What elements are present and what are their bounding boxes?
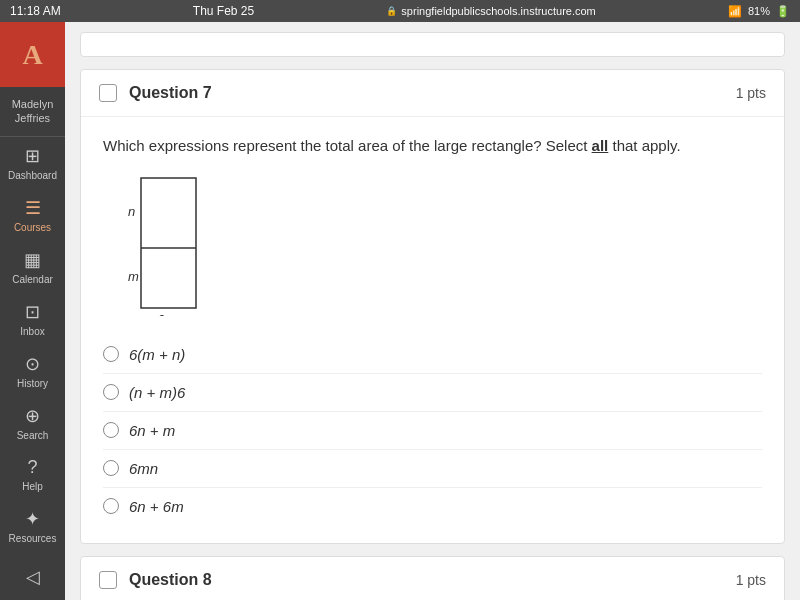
sidebar-item-label: Search	[17, 430, 49, 441]
courses-icon: ☰	[25, 197, 41, 219]
sidebar-item-label: Dashboard	[8, 170, 57, 181]
inbox-icon: ⊡	[25, 301, 40, 323]
status-day: Thu Feb 25	[193, 4, 254, 18]
sidebar-item-inbox[interactable]: ⊡ Inbox	[0, 293, 65, 345]
top-stripe	[80, 32, 785, 57]
rectangle-diagram: n m 6	[123, 176, 203, 316]
question-8-header: Question 8 1 pts	[81, 557, 784, 601]
question-8-header-left: Question 8	[99, 571, 212, 589]
label-m: m	[128, 269, 139, 284]
status-indicators: 📶 81% 🔋	[728, 5, 790, 18]
sidebar: A MadelynJeffries ⊞ Dashboard ☰ Courses …	[0, 22, 65, 600]
sidebar-item-label: History	[17, 378, 48, 389]
question-7-card: Question 7 1 pts Which expressions repre…	[80, 69, 785, 544]
question-7-checkbox[interactable]	[99, 84, 117, 102]
question-8-checkbox[interactable]	[99, 571, 117, 589]
sidebar-item-help[interactable]: ? Help	[0, 449, 65, 500]
question-7-text: Which expressions represent the total ar…	[103, 135, 762, 158]
diagram-container: n m 6	[103, 176, 762, 316]
answer-a-text: 6(m + n)	[129, 346, 185, 363]
resources-icon: ✦	[25, 508, 40, 530]
svg-rect-0	[141, 178, 196, 308]
sidebar-nav: ⊞ Dashboard ☰ Courses ▦ Calendar ⊡ Inbox…	[0, 137, 65, 554]
sidebar-item-label: Inbox	[20, 326, 44, 337]
question-7-body: Which expressions represent the total ar…	[81, 117, 784, 543]
user-info: MadelynJeffries	[0, 87, 65, 137]
wifi-icon: 📶	[728, 5, 742, 18]
help-icon: ?	[27, 457, 37, 478]
answer-option-c[interactable]: 6n + m	[103, 411, 762, 449]
search-icon: ⊕	[25, 405, 40, 427]
sidebar-item-label: Courses	[14, 222, 51, 233]
lock-icon: 🔒	[386, 6, 397, 16]
sidebar-item-search[interactable]: ⊕ Search	[0, 397, 65, 449]
rectangle-svg: n m 6	[123, 176, 203, 316]
answer-option-d[interactable]: 6mn	[103, 449, 762, 487]
question-7-header: Question 7 1 pts	[81, 70, 784, 117]
radio-e[interactable]	[103, 498, 119, 514]
sidebar-item-dashboard[interactable]: ⊞ Dashboard	[0, 137, 65, 189]
answer-c-text: 6n + m	[129, 422, 175, 439]
sidebar-item-courses[interactable]: ☰ Courses	[0, 189, 65, 241]
answer-b-text: (n + m)6	[129, 384, 185, 401]
question-8-points: 1 pts	[736, 572, 766, 588]
battery-level: 81%	[748, 5, 770, 17]
dashboard-icon: ⊞	[25, 145, 40, 167]
radio-d[interactable]	[103, 460, 119, 476]
question-8-title: Question 8	[129, 571, 212, 589]
radio-a[interactable]	[103, 346, 119, 362]
sidebar-item-history[interactable]: ⊙ History	[0, 345, 65, 397]
answer-option-e[interactable]: 6n + 6m	[103, 487, 762, 525]
app-layout: A MadelynJeffries ⊞ Dashboard ☰ Courses …	[0, 22, 800, 600]
radio-b[interactable]	[103, 384, 119, 400]
status-url: 🔒 springfieldpublicschools.instructure.c…	[386, 5, 595, 17]
radio-c[interactable]	[103, 422, 119, 438]
status-time: 11:18 AM	[10, 4, 61, 18]
question-8-card: Question 8 1 pts	[80, 556, 785, 601]
sidebar-item-label: Calendar	[12, 274, 53, 285]
user-name: MadelynJeffries	[12, 98, 54, 124]
main-content: Question 7 1 pts Which expressions repre…	[65, 22, 800, 600]
app-logo[interactable]: A	[0, 22, 65, 87]
answer-options: 6(m + n) (n + m)6 6n + m 6mn	[103, 336, 762, 525]
answer-e-text: 6n + 6m	[129, 498, 184, 515]
question-7-title: Question 7	[129, 84, 212, 102]
battery-icon: 🔋	[776, 5, 790, 18]
label-6: 6	[158, 312, 165, 316]
answer-d-text: 6mn	[129, 460, 158, 477]
sidebar-item-label: Help	[22, 481, 43, 492]
label-n: n	[128, 204, 135, 219]
answer-option-b[interactable]: (n + m)6	[103, 373, 762, 411]
status-bar: 11:18 AM Thu Feb 25 🔒 springfieldpublics…	[0, 0, 800, 22]
question-header-left: Question 7	[99, 84, 212, 102]
sidebar-item-label: Resources	[9, 533, 57, 544]
question-7-points: 1 pts	[736, 85, 766, 101]
history-icon: ⊙	[25, 353, 40, 375]
answer-option-a[interactable]: 6(m + n)	[103, 336, 762, 373]
sidebar-item-resources[interactable]: ✦ Resources	[0, 500, 65, 552]
collapse-button[interactable]: ◁	[14, 554, 52, 600]
calendar-icon: ▦	[24, 249, 41, 271]
sidebar-item-calendar[interactable]: ▦ Calendar	[0, 241, 65, 293]
